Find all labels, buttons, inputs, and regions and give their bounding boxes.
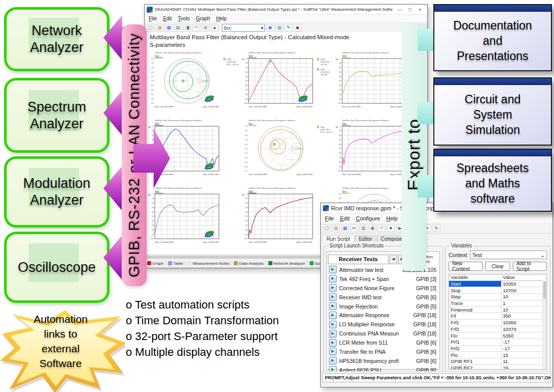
find-icon[interactable]: ● (387, 225, 395, 232)
variable-row[interactable]: Frf210370 (449, 326, 546, 333)
window-control-close[interactable]: × (415, 7, 425, 12)
svg-text:Start: 100.0000 MHz: Start: 100.0000 MHz (342, 105, 361, 108)
bank-selector-button[interactable]: Receiver Tests (328, 255, 389, 264)
bank-prev-button[interactable]: ◀ (390, 255, 397, 264)
chart-cell[interactable]: SoftPlot 'Ultra' Measurement Management … (146, 185, 239, 253)
undo-icon[interactable]: ↶ (192, 24, 200, 32)
chart-icon[interactable]: ▲ (211, 24, 218, 32)
mini-chart-smith[interactable]: SoftPlot 'Ultra' Measurement Management … (146, 50, 223, 113)
run-script-icon[interactable]: ▶ (329, 321, 337, 328)
doc-tab-measurement-notes[interactable]: Measurement Notes (186, 261, 231, 266)
menu-item-tools[interactable]: Tools (178, 16, 189, 21)
doc-tab-table[interactable]: Table (167, 261, 185, 266)
variable-row[interactable]: Prf2-17 (449, 346, 546, 352)
doc-tab-data-analysis[interactable]: Data Analysis (232, 261, 265, 266)
add-to-script-button[interactable]: Add to Script (513, 262, 547, 271)
window-control-minimize[interactable]: — (395, 7, 405, 12)
shortcut-row[interactable]: ▶Image RejectionGPIB [5] (327, 302, 439, 311)
run-script-icon[interactable]: ▶ (329, 284, 337, 292)
open-icon[interactable]: ▨ (156, 24, 163, 32)
loop-icon[interactable]: ↻ (433, 225, 440, 232)
paste-icon[interactable]: ▣ (369, 225, 376, 232)
variable-row[interactable]: Start10350 (449, 281, 546, 288)
variable-row[interactable]: Stop10700 (449, 287, 546, 294)
context-combobox[interactable]: Test ⌄ (470, 250, 547, 259)
chart-cell[interactable]: SoftPlot 'Ultra' Measurement Management … (239, 185, 333, 253)
variable-row[interactable]: Trace1 (449, 300, 546, 307)
run-script-icon[interactable]: ▶ (329, 339, 337, 347)
shortcut-row[interactable]: ▶Corrected Noise FigureGPIB [3] (327, 284, 439, 293)
menu-item-edit[interactable]: Edit (163, 16, 172, 21)
save-icon[interactable]: ▦ (165, 24, 173, 32)
variable-row[interactable]: Fif350 (449, 313, 546, 320)
mini-chart-line[interactable]: SoftPlot 'Ultra' Measurement Management … (239, 50, 317, 113)
svg-text:Stop: 6.0000 GHz: Stop: 6.0000 GHz (296, 241, 313, 243)
menu-item-edit[interactable]: Edit (340, 215, 350, 221)
export-icon[interactable]: ◨ (183, 24, 191, 32)
smith-icon[interactable]: ◉ (266, 24, 274, 32)
window-control-maximize[interactable]: □ (405, 7, 415, 12)
trace-select-combobox[interactable]: Scc▾ (222, 24, 265, 32)
run-script-icon[interactable]: ▶ (329, 302, 337, 310)
shortcut-row[interactable]: ▶Transfer file to PNAGPIB [6] (327, 347, 439, 356)
run-script-icon[interactable]: ▶ (329, 266, 337, 273)
variable-row[interactable]: Step10 (449, 294, 546, 300)
run-script-icon[interactable]: ▶ (329, 357, 337, 365)
main-titlebar[interactable]: DEA1624508T-7219A1 Multilayer Band Pass … (145, 5, 427, 15)
doc-tab-network-analyzer[interactable]: Network Analyzer (267, 261, 307, 266)
menu-item-file[interactable]: File (149, 16, 157, 21)
open-icon[interactable]: ▨ (332, 225, 340, 232)
shortcut-row[interactable]: ▶HP5361B frequency profileGPIB [6] (327, 356, 439, 366)
variable-row[interactable]: Plo15 (449, 352, 546, 358)
shortcut-row[interactable]: ▶Attenuator ResponseGPIB [18] (327, 311, 439, 320)
chart-cell[interactable]: SoftPlot 'Ultra' Measurement Management … (239, 50, 333, 118)
menu-item-configure[interactable]: Configure (356, 215, 380, 221)
tab-editor[interactable]: Editor (355, 235, 376, 242)
run-script-icon[interactable]: ▶ (329, 293, 337, 301)
mini-chart-line[interactable]: SoftPlot 'Ultra' Measurement Management … (333, 118, 410, 181)
shortcut-row[interactable]: ▶Continuous PNA MeasurementsGPIB [18] (327, 329, 439, 338)
run-script-icon[interactable]: ▶ (329, 330, 337, 338)
new-icon[interactable]: ▢ (147, 24, 154, 32)
shortcut-row[interactable]: ▶Tek 492 Freq + SpanGPIB [3] (327, 274, 439, 284)
run-script-icon[interactable]: ▶ (329, 312, 337, 319)
variable-row[interactable]: Frf110360 (449, 320, 546, 326)
variable-row[interactable]: GPIB RF219 (449, 365, 546, 370)
table-icon[interactable]: ▥ (275, 24, 283, 32)
variable-row[interactable]: GPIB RF111 (449, 358, 546, 365)
save-icon[interactable]: ▦ (341, 225, 349, 232)
marker-icon[interactable]: ◆ (294, 24, 301, 32)
chart-cell[interactable]: SoftPlot 'Ultra' Measurement Management … (146, 50, 239, 118)
new-context-button[interactable]: New Context (449, 262, 483, 271)
variable-row[interactable]: Prf1-17 (449, 339, 546, 346)
menu-item-file[interactable]: File (325, 215, 334, 221)
menu-item-help[interactable]: Help (216, 16, 227, 21)
pen-icon[interactable]: ✎ (285, 24, 292, 32)
shortcut-row[interactable]: ▶LCR Meter from S11GPIB [6] (327, 338, 439, 347)
shortcut-row[interactable]: ▶LO Multiplier ResponseGPIB [18] (327, 320, 439, 329)
doc-tab-graph[interactable]: Graph (146, 261, 165, 266)
zoom-icon[interactable]: ◎ (202, 24, 209, 32)
copy-icon[interactable]: ▥ (359, 225, 367, 232)
menu-item-help[interactable]: Help (386, 215, 398, 221)
variable-row[interactable]: Fintermod10 (449, 306, 546, 313)
variables-scrollbar[interactable] (542, 281, 546, 369)
shortcut-row[interactable]: ▶Receiver IMD testGPIB [6] (327, 293, 439, 302)
instrument-box-network-analyzer: Network Analyzer (4, 7, 109, 71)
chart-cell[interactable]: SoftPlot 'Ultra' Measurement Management … (239, 118, 333, 185)
menu-item-graph[interactable]: Graph (196, 16, 210, 21)
cut-icon[interactable]: ✂ (350, 225, 358, 232)
undo-icon[interactable]: ↶ (378, 225, 385, 232)
mini-chart-line[interactable]: SoftPlot 'Ultra' Measurement Management … (146, 185, 223, 248)
mini-chart-smith[interactable]: SoftPlot 'Ultra' Measurement Management … (239, 118, 317, 181)
scrollbar-thumb[interactable] (543, 282, 546, 299)
print-icon[interactable]: ▤ (174, 24, 182, 32)
variable-row[interactable]: Flo5350 (449, 332, 546, 339)
svg-text:-40: -40 (245, 211, 247, 213)
run-script-icon[interactable]: ▶ (329, 348, 337, 355)
new-icon[interactable]: ▢ (323, 225, 330, 232)
clear-button[interactable]: Clear (485, 262, 510, 271)
mini-chart-line[interactable]: SoftPlot 'Ultra' Measurement Management … (333, 50, 410, 113)
mini-chart-line[interactable]: SoftPlot 'Ultra' Measurement Management … (239, 185, 317, 248)
run-script-icon[interactable]: ▶ (329, 275, 337, 283)
